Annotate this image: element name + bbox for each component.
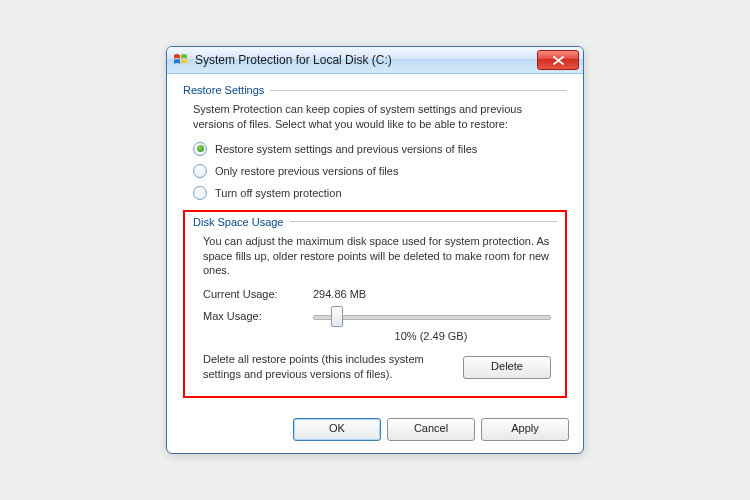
- disk-legend-text: Disk Space Usage: [193, 216, 284, 228]
- ok-button[interactable]: OK: [293, 418, 381, 441]
- slider-track: [313, 315, 551, 320]
- disk-space-legend: Disk Space Usage: [193, 216, 557, 228]
- radio-icon: [193, 142, 207, 156]
- cancel-button[interactable]: Cancel: [387, 418, 475, 441]
- system-protection-dialog: System Protection for Local Disk (C:) Re…: [166, 46, 584, 454]
- current-usage-row: Current Usage: 294.86 MB: [203, 288, 551, 300]
- radio-restore-settings-and-versions[interactable]: Restore system settings and previous ver…: [193, 142, 561, 156]
- restore-legend-text: Restore Settings: [183, 84, 264, 96]
- current-usage-value: 294.86 MB: [313, 288, 366, 300]
- titlebar: System Protection for Local Disk (C:): [167, 47, 583, 74]
- windows-flag-icon: [173, 52, 189, 68]
- divider: [270, 90, 567, 91]
- disk-space-group: Disk Space Usage You can adjust the maxi…: [193, 216, 557, 382]
- dialog-footer: OK Cancel Apply: [167, 410, 583, 453]
- max-usage-slider[interactable]: [313, 306, 551, 326]
- slider-thumb[interactable]: [331, 306, 343, 327]
- restore-settings-group: Restore Settings System Protection can k…: [183, 84, 567, 200]
- radio-label: Turn off system protection: [215, 187, 342, 199]
- disk-space-highlight: Disk Space Usage You can adjust the maxi…: [183, 210, 567, 398]
- delete-button[interactable]: Delete: [463, 356, 551, 379]
- close-button[interactable]: [537, 50, 579, 70]
- dialog-content: Restore Settings System Protection can k…: [167, 74, 583, 410]
- max-usage-label: Max Usage:: [203, 310, 313, 322]
- divider: [290, 221, 558, 222]
- radio-icon: [193, 164, 207, 178]
- restore-settings-legend: Restore Settings: [183, 84, 567, 96]
- radio-icon: [193, 186, 207, 200]
- radio-only-previous-versions[interactable]: Only restore previous versions of files: [193, 164, 561, 178]
- radio-turn-off-protection[interactable]: Turn off system protection: [193, 186, 561, 200]
- disk-description: You can adjust the maximum disk space us…: [203, 234, 551, 279]
- delete-description: Delete all restore points (this includes…: [203, 352, 453, 382]
- apply-button[interactable]: Apply: [481, 418, 569, 441]
- slider-caption: 10% (2.49 GB): [311, 330, 551, 342]
- restore-description: System Protection can keep copies of sys…: [193, 102, 561, 132]
- window-title: System Protection for Local Disk (C:): [195, 53, 537, 67]
- current-usage-label: Current Usage:: [203, 288, 313, 300]
- close-icon: [553, 56, 564, 65]
- radio-label: Restore system settings and previous ver…: [215, 143, 477, 155]
- radio-label: Only restore previous versions of files: [215, 165, 398, 177]
- delete-restore-points-row: Delete all restore points (this includes…: [203, 352, 551, 382]
- max-usage-row: Max Usage:: [203, 306, 551, 326]
